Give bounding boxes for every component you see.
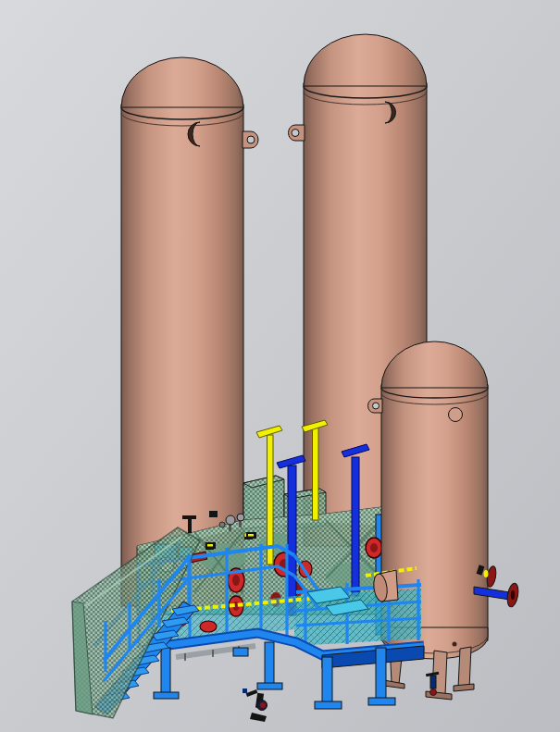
pressure-gauge	[237, 514, 244, 521]
cad-3d-viewport[interactable]	[0, 0, 560, 732]
nozzle-flange	[449, 408, 463, 422]
pressure-gauge	[226, 515, 235, 525]
handwheel[interactable]	[200, 621, 217, 632]
pressure-gauge	[219, 522, 225, 527]
model-scene	[0, 0, 560, 732]
